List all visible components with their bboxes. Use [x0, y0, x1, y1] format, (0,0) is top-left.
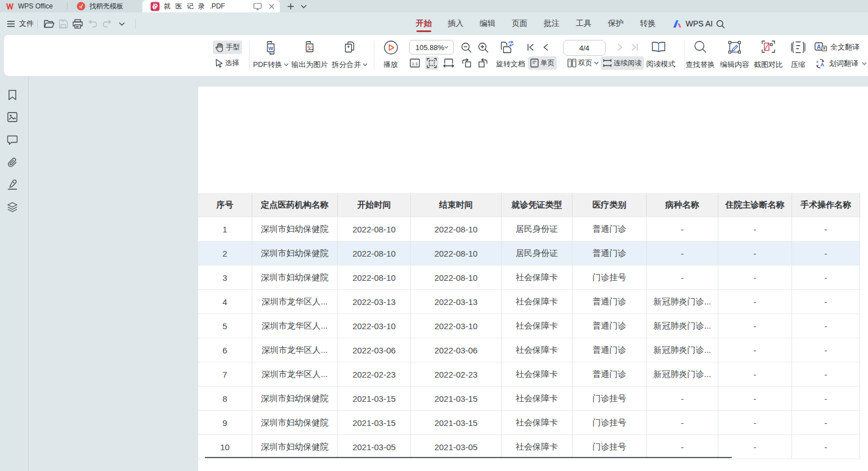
- ribbon-tab-6[interactable]: 工具: [576, 12, 592, 35]
- table-cell: 2: [198, 241, 252, 266]
- tab-wps-office[interactable]: WPS Office: [0, 0, 67, 12]
- table-cell: 普通门诊: [572, 217, 647, 241]
- wps-ai-button[interactable]: WPS AI: [673, 12, 713, 35]
- document-canvas[interactable]: 序号定点医药机构名称开始时间结束时间就诊凭证类型医疗类别病种名称住院主诊断名称手…: [29, 76, 868, 471]
- rotate-document-button[interactable]: [498, 41, 515, 54]
- rotate-document-button-label[interactable]: 旋转文档: [495, 59, 526, 69]
- last-page-button[interactable]: [628, 41, 641, 54]
- attachments-panel-button[interactable]: [7, 158, 17, 168]
- full-translate-button[interactable]: A 全文翻译: [815, 42, 860, 52]
- monitor-icon[interactable]: [253, 3, 262, 10]
- word-translate-label: 划词翻译: [829, 59, 858, 69]
- table-cell: -: [792, 290, 860, 314]
- ribbon-tab-5[interactable]: 批注: [544, 12, 560, 35]
- redo-button[interactable]: [101, 17, 114, 30]
- fit-page-button[interactable]: [425, 56, 439, 70]
- signature-panel-button[interactable]: [7, 180, 17, 190]
- actual-size-button[interactable]: 1:1: [408, 56, 422, 70]
- bookmarks-panel-button[interactable]: [8, 90, 17, 101]
- tab-document[interactable]: 就 医 记 录 .PDF: [142, 0, 280, 12]
- first-page-button[interactable]: [524, 41, 538, 54]
- split-merge-icon: [342, 41, 357, 55]
- ribbon-tab-7[interactable]: 保护: [608, 12, 624, 35]
- first-page-icon: [527, 43, 535, 51]
- rotate-document-icon: [499, 41, 514, 54]
- word-translate-icon: A x: [815, 58, 826, 69]
- read-mode-button[interactable]: [651, 41, 666, 54]
- comments-panel-button[interactable]: [7, 136, 18, 145]
- fit-width-icon: [443, 59, 454, 68]
- table-cell: -: [792, 217, 860, 241]
- table-cell: -: [718, 217, 792, 241]
- bookmark-icon: [8, 90, 17, 101]
- table-cell: 2022-03-06: [338, 338, 411, 362]
- rotate-right-button[interactable]: [476, 56, 490, 70]
- save-icon: [59, 19, 68, 29]
- table-cell: 2022-08-10: [411, 217, 502, 241]
- tab-list-button[interactable]: [297, 0, 310, 12]
- print-button[interactable]: [71, 17, 84, 30]
- split-merge-button[interactable]: 拆分合并: [326, 39, 373, 72]
- ribbon-tab-1[interactable]: 开始: [416, 12, 432, 35]
- close-icon[interactable]: [269, 3, 275, 10]
- tab-label: 找稻壳模板: [90, 2, 123, 11]
- table-cell: 门诊挂号: [572, 266, 647, 290]
- compress-button[interactable]: 压缩: [785, 39, 812, 72]
- table-cell: 新冠肺炎门诊...: [647, 338, 718, 362]
- ribbon-tab-3[interactable]: 编辑: [480, 12, 495, 35]
- tab-label: WPS Office: [18, 2, 53, 10]
- hand-tool-label: 手型: [226, 43, 240, 52]
- table-cell: 普通门诊: [572, 290, 647, 314]
- undo-button[interactable]: [86, 17, 99, 30]
- ribbon-tab-8[interactable]: 转换: [640, 12, 656, 35]
- table-cell: 社会保障卡: [502, 314, 572, 338]
- split-merge-label: 拆分合并: [332, 60, 361, 70]
- table-cell: -: [718, 290, 792, 314]
- screenshot-compare-button[interactable]: 截图对比: [750, 39, 786, 72]
- next-page-button[interactable]: [613, 41, 627, 54]
- wps-logo-icon: [6, 3, 14, 10]
- chevron-down-icon: [862, 62, 867, 65]
- table-cell: -: [718, 387, 792, 411]
- divider: [135, 19, 136, 29]
- page-number-input[interactable]: 4/4: [563, 40, 606, 56]
- edit-content-button[interactable]: 编辑内容: [717, 39, 753, 72]
- hand-tool-button[interactable]: 手型: [213, 41, 242, 54]
- zoom-level-select[interactable]: 105.88%: [409, 40, 454, 55]
- left-sidebar: [0, 76, 29, 471]
- table-cell: 2022-08-10: [338, 217, 411, 241]
- prev-page-button[interactable]: [539, 41, 552, 54]
- layers-panel-button[interactable]: [7, 202, 18, 212]
- read-mode-button-label[interactable]: 阅读模式: [645, 59, 677, 69]
- table-cell: 2022-03-13: [338, 290, 411, 314]
- ribbon-search-button[interactable]: [714, 17, 727, 30]
- single-page-button[interactable]: 单页: [528, 56, 557, 70]
- read-mode-label: 阅读模式: [646, 59, 675, 69]
- select-tool-button[interactable]: 选择: [213, 56, 241, 70]
- table-cell: 深圳市龙华区人...: [252, 338, 338, 362]
- find-replace-button[interactable]: 查找替换: [682, 39, 718, 72]
- continuous-read-button[interactable]: 连续阅读: [601, 56, 644, 70]
- file-menu-button[interactable]: 文件: [7, 12, 34, 35]
- double-page-button[interactable]: 双页: [565, 56, 601, 70]
- table-cell: 2022-03-06: [411, 338, 502, 362]
- table-cell: 2022-08-10: [411, 241, 502, 266]
- zoom-in-button[interactable]: [476, 41, 490, 54]
- open-file-button[interactable]: [43, 17, 56, 30]
- save-button[interactable]: [57, 17, 70, 30]
- thumbnails-panel-button[interactable]: [7, 112, 17, 122]
- ribbon-tab-4[interactable]: 页面: [512, 12, 527, 35]
- full-translate-label: 全文翻译: [830, 42, 860, 52]
- zoom-out-button[interactable]: [459, 41, 473, 54]
- redo-icon: [102, 20, 112, 28]
- play-icon: [384, 41, 398, 55]
- new-tab-button[interactable]: [284, 0, 297, 12]
- ribbon-tab-2[interactable]: 插入: [448, 12, 464, 35]
- fit-width-button[interactable]: [442, 56, 455, 70]
- word-translate-button[interactable]: A x 划词翻译: [815, 58, 867, 69]
- quick-access-dropdown[interactable]: [115, 17, 128, 30]
- play-button[interactable]: 播放: [374, 39, 408, 72]
- rotate-left-button[interactable]: [459, 56, 473, 70]
- plus-icon: [287, 3, 294, 10]
- tab-docer[interactable]: 找稻壳模板: [68, 0, 142, 12]
